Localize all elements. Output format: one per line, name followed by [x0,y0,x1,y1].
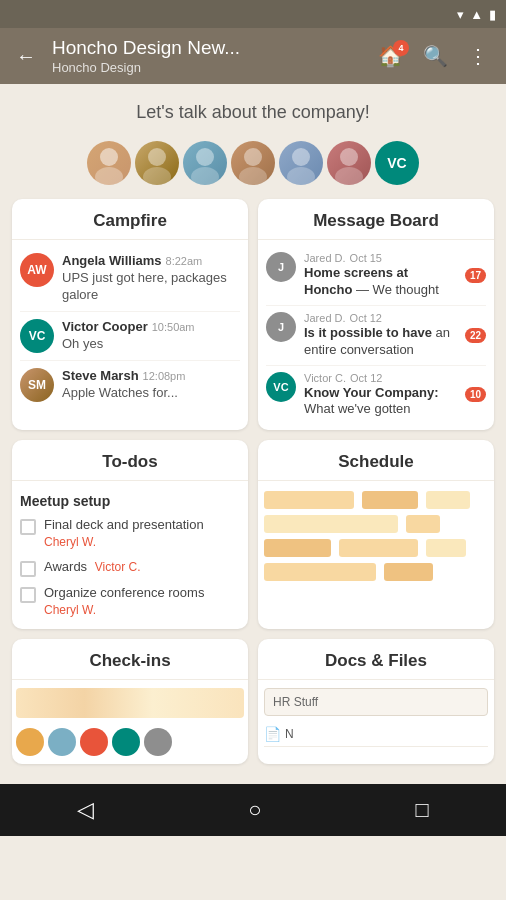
mb-title-rest: — We thought [352,282,438,297]
todo-item: Final deck and presentation Cheryl W. [20,513,240,555]
schedule-card[interactable]: Schedule [258,440,494,629]
checkins-placeholder [12,680,248,764]
mb-content: Victor C. Oct 12 Know Your Company: What… [304,372,457,419]
mb-author: Jared D. [304,252,346,264]
checkin-avatar [48,728,76,756]
checkins-title: Check-ins [12,639,248,680]
mb-item[interactable]: VC Victor C. Oct 12 Know Your Company: W… [266,366,486,425]
chat-header: Victor Cooper 10:50am [62,319,240,334]
doc-item[interactable]: 📄 N [264,722,488,747]
todo-item: Organize conference rooms Cheryl W. [20,581,240,623]
home-button[interactable]: 🏠 4 [368,36,413,76]
sched-row [264,563,488,581]
chat-content: Victor Cooper 10:50am Oh yes [62,319,240,353]
mb-author: Victor C. [304,372,346,384]
mb-item[interactable]: J Jared D. Oct 12 Is it possible to have… [266,306,486,366]
chat-item[interactable]: AW Angela Williams 8:22am UPS just got h… [20,246,240,312]
mb-avatar: J [266,312,296,342]
mb-title: Is it possible to have an entire convers… [304,325,457,359]
doc-item-name: N [285,727,294,741]
todo-checkbox[interactable] [20,519,36,535]
checkin-avatar [16,728,44,756]
avatars-row: VC [12,141,494,185]
todo-item: Awards Victor C. [20,555,240,581]
doc-folder[interactable]: HR Stuff [264,688,488,716]
chat-avatar-vc: VC [20,319,54,353]
chat-message: UPS just got here, packages galore [62,270,240,304]
campfire-body: AW Angela Williams 8:22am UPS just got h… [12,240,248,415]
message-board-title: Message Board [258,199,494,240]
checkin-avatar [80,728,108,756]
chat-content: Steve Marsh 12:08pm Apple Watches for... [62,368,240,402]
more-button[interactable]: ⋮ [458,36,498,76]
toolbar-title: Honcho Design New... [52,37,364,60]
schedule-title: Schedule [258,440,494,481]
todo-section-title: Meetup setup [20,487,240,513]
todo-assignee: Cheryl W. [44,603,96,617]
svg-point-1 [95,167,123,185]
chat-message: Apple Watches for... [62,385,240,402]
main-content: Let's talk about the company! VC Campfir… [0,84,506,776]
todo-assignee: Cheryl W. [44,535,96,549]
avatar-vc[interactable]: VC [375,141,419,185]
todo-checkbox[interactable] [20,587,36,603]
nav-home-button[interactable]: ○ [232,789,277,831]
todos-card[interactable]: To-dos Meetup setup Final deck and prese… [12,440,248,629]
schedule-placeholder [258,481,494,591]
checkins-card[interactable]: Check-ins [12,639,248,764]
signal-icon: ▲ [470,7,483,22]
sched-row [264,539,488,557]
avatar[interactable] [135,141,179,185]
avatar[interactable] [231,141,275,185]
chat-time: 10:50am [152,321,195,333]
nav-recent-button[interactable]: □ [400,789,445,831]
mb-date: Oct 15 [350,252,382,264]
home-badge: 4 [393,40,409,56]
chat-time: 8:22am [166,255,203,267]
avatar[interactable] [327,141,371,185]
mb-badge: 10 [465,387,486,402]
mb-title-bold: Is it possible to have [304,325,432,340]
todo-text: Final deck and presentation Cheryl W. [44,517,204,551]
mb-header: Jared D. Oct 15 [304,252,457,264]
docs-placeholder: HR Stuff 📄 N [258,680,494,755]
mb-title: Know Your Company: What we've gotten [304,385,457,419]
avatar[interactable] [183,141,227,185]
todo-assignee: Victor C. [95,560,141,574]
todo-text: Organize conference rooms Cheryl W. [44,585,204,619]
mb-date: Oct 12 [350,372,382,384]
toolbar-title-group: Honcho Design New... Honcho Design [52,37,364,75]
search-button[interactable]: 🔍 [413,36,458,76]
nav-back-button[interactable]: ◁ [61,789,110,831]
chat-item[interactable]: SM Steve Marsh 12:08pm Apple Watches for… [20,361,240,409]
chat-message: Oh yes [62,336,240,353]
chat-name: Angela Williams [62,253,162,268]
docs-files-card[interactable]: Docs & Files HR Stuff 📄 N [258,639,494,764]
campfire-card[interactable]: Campfire AW Angela Williams 8:22am UPS j… [12,199,248,430]
svg-point-9 [287,167,315,185]
back-button[interactable]: ← [8,37,44,76]
message-board-card[interactable]: Message Board J Jared D. Oct 15 Home scr… [258,199,494,430]
chat-item[interactable]: VC Victor Cooper 10:50am Oh yes [20,312,240,361]
mb-item[interactable]: J Jared D. Oct 15 Home screens at Honcho… [266,246,486,306]
chat-avatar-aw: AW [20,253,54,287]
nav-bar: ◁ ○ □ [0,784,506,836]
avatar[interactable] [279,141,323,185]
wifi-icon: ▾ [457,7,464,22]
svg-point-8 [292,148,310,166]
checkin-avatars [16,728,244,756]
todo-checkbox[interactable] [20,561,36,577]
toolbar-actions: 🏠 4 🔍 ⋮ [368,36,498,76]
mb-badge: 22 [465,328,486,343]
svg-point-4 [196,148,214,166]
checkin-wave [16,688,244,718]
mb-content: Jared D. Oct 12 Is it possible to have a… [304,312,457,359]
sched-row [264,491,488,509]
svg-point-3 [143,167,171,185]
chat-content: Angela Williams 8:22am UPS just got here… [62,253,240,304]
avatar[interactable] [87,141,131,185]
checkin-avatar [112,728,140,756]
chat-name: Victor Cooper [62,319,148,334]
mb-title: Home screens at Honcho — We thought [304,265,457,299]
svg-point-2 [148,148,166,166]
